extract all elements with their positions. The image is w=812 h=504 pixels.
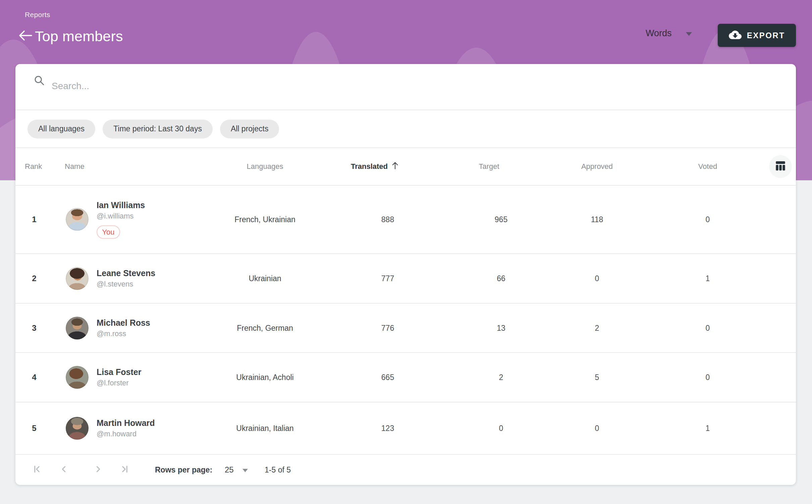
rank-value: 2 xyxy=(32,274,36,283)
back-button[interactable] xyxy=(17,27,34,45)
you-badge: You xyxy=(97,225,120,239)
sort-arrow-up-icon xyxy=(391,161,399,172)
last-page-button[interactable] xyxy=(117,462,132,477)
column-header-approved: Approved xyxy=(581,162,613,171)
voted-value: 1 xyxy=(706,274,710,283)
table-columns-icon xyxy=(773,159,788,175)
export-button[interactable]: EXPORT xyxy=(718,24,796,47)
breadcrumb: Reports xyxy=(25,11,50,19)
avatar xyxy=(66,366,89,389)
search-icon xyxy=(34,75,45,87)
column-header-name: Name xyxy=(65,162,85,171)
target-value: 13 xyxy=(497,323,505,332)
export-button-label: EXPORT xyxy=(747,31,785,40)
page-title: Top members xyxy=(35,28,123,45)
languages-value: Ukrainian xyxy=(249,274,281,283)
chevron-down-icon xyxy=(242,469,248,472)
rank-value: 1 xyxy=(32,215,36,224)
pagination-range: 1-5 of 5 xyxy=(265,465,291,475)
avatar xyxy=(66,208,89,231)
filter-chip-projects[interactable]: All projects xyxy=(220,120,279,138)
approved-value: 118 xyxy=(591,215,603,224)
languages-value: French, German xyxy=(237,323,293,332)
member-name[interactable]: Lisa Foster xyxy=(97,367,141,377)
target-value: 2 xyxy=(499,373,503,382)
member-username: @i.williams xyxy=(97,211,145,220)
rank-value: 4 xyxy=(32,373,36,382)
cloud-download-icon xyxy=(729,30,742,41)
member-username: @m.ross xyxy=(97,329,150,338)
column-header-translated-label: Translated xyxy=(351,162,388,171)
column-header-voted: Voted xyxy=(698,162,717,171)
rows-per-page-label: Rows per page: xyxy=(155,465,212,475)
voted-value: 0 xyxy=(706,323,710,332)
rows-per-page-value: 25 xyxy=(225,465,234,475)
column-header-target: Target xyxy=(479,162,499,171)
member-username: @l.forster xyxy=(97,379,141,387)
avatar xyxy=(66,317,89,339)
translated-value: 888 xyxy=(381,215,394,224)
chevron-right-icon xyxy=(93,464,103,476)
voted-value: 0 xyxy=(706,373,710,382)
member-name[interactable]: Leane Stevens xyxy=(97,268,155,278)
rank-value: 5 xyxy=(32,424,36,433)
filter-bar: All languages Time period: Last 30 days … xyxy=(15,110,796,148)
table-row[interactable]: 5 Martin Howard @m.howard Ukrainian, Ita… xyxy=(15,402,796,455)
translated-value: 123 xyxy=(381,424,394,433)
rank-value: 3 xyxy=(32,323,36,333)
table-header: Rank Name Languages Translated Target Ap… xyxy=(15,148,796,186)
approved-value: 5 xyxy=(595,373,599,382)
languages-value: Ukrainian, Acholi xyxy=(236,373,293,382)
search-bar xyxy=(15,64,796,110)
arrow-left-icon xyxy=(18,29,33,43)
languages-value: French, Ukrainian xyxy=(234,215,295,224)
target-value: 965 xyxy=(495,215,507,224)
rows-per-page-select[interactable]: 25 xyxy=(225,465,248,475)
voted-value: 0 xyxy=(706,215,710,224)
last-page-icon xyxy=(120,464,130,476)
next-page-button[interactable] xyxy=(91,462,106,477)
pagination-bar: Rows per page: 25 1-5 of 5 xyxy=(15,455,796,485)
chevron-left-icon xyxy=(59,464,69,476)
languages-value: Ukrainian, Italian xyxy=(236,424,293,433)
previous-page-button[interactable] xyxy=(56,462,71,477)
search-input[interactable] xyxy=(51,74,589,98)
filter-chip-time-period[interactable]: Time period: Last 30 days xyxy=(103,120,213,138)
voted-value: 1 xyxy=(706,424,710,433)
column-settings-button[interactable] xyxy=(769,155,792,178)
translated-value: 665 xyxy=(381,373,394,382)
avatar xyxy=(66,417,89,440)
first-page-icon xyxy=(32,464,42,476)
approved-value: 0 xyxy=(595,424,599,433)
column-header-languages: Languages xyxy=(247,162,283,171)
translated-value: 776 xyxy=(381,323,394,332)
report-card: All languages Time period: Last 30 days … xyxy=(15,64,796,485)
column-header-rank: Rank xyxy=(25,162,42,171)
table-row[interactable]: 4 Lisa Foster @l.forster Ukrainian, Acho… xyxy=(15,353,796,402)
column-header-translated[interactable]: Translated xyxy=(351,161,399,172)
chevron-down-icon xyxy=(686,32,692,36)
avatar xyxy=(66,267,89,290)
target-value: 66 xyxy=(497,274,505,283)
table-row[interactable]: 1 Ian Williams @i.williams You French, U… xyxy=(15,185,796,254)
member-username: @m.howard xyxy=(97,430,155,438)
table-row[interactable]: 3 Michael Ross @m.ross French, German 77… xyxy=(15,304,796,353)
member-name[interactable]: Martin Howard xyxy=(97,418,155,428)
unit-selector[interactable]: Words xyxy=(646,28,692,39)
target-value: 0 xyxy=(499,424,503,433)
translated-value: 777 xyxy=(381,274,394,283)
member-username: @l.stevens xyxy=(97,280,155,289)
unit-selector-value: Words xyxy=(646,28,672,39)
first-page-button[interactable] xyxy=(30,462,44,477)
table-row[interactable]: 2 Leane Stevens @l.stevens Ukrainian 777… xyxy=(15,254,796,304)
filter-chip-languages[interactable]: All languages xyxy=(28,120,95,138)
approved-value: 2 xyxy=(595,323,599,332)
member-name[interactable]: Ian Williams xyxy=(97,200,145,210)
member-name[interactable]: Michael Ross xyxy=(97,318,150,328)
approved-value: 0 xyxy=(595,274,599,283)
